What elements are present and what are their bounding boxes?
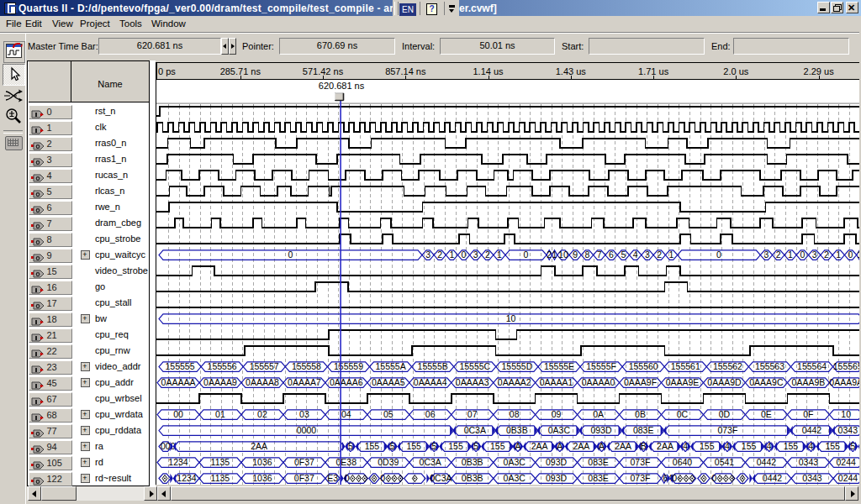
svg-text:0: 0 — [288, 249, 293, 260]
svg-text:0D39: 0D39 — [378, 457, 399, 467]
svg-text:083E: 083E — [588, 473, 609, 483]
svg-text:10: 10 — [506, 313, 516, 323]
svg-text:2: 2 — [657, 249, 662, 260]
svg-text:4: 4 — [683, 441, 688, 451]
svg-text:155: 155 — [784, 441, 799, 451]
svg-text:2: 2 — [437, 249, 442, 260]
svg-text:1234: 1234 — [177, 473, 197, 483]
svg-text:6: 6 — [609, 249, 614, 260]
svg-text:5: 5 — [431, 441, 436, 451]
svg-text:A: A — [599, 441, 605, 451]
svg-text:09: 09 — [552, 409, 562, 419]
svg-text:15555B: 15555B — [418, 361, 448, 371]
svg-text:0E38: 0E38 — [336, 457, 357, 467]
svg-text:155557: 155557 — [250, 361, 279, 371]
svg-text:093D: 093D — [546, 457, 568, 467]
svg-text:0AAA9A: 0AAA9A — [829, 377, 861, 387]
svg-text:0F37: 0F37 — [294, 473, 314, 483]
svg-text:155560: 155560 — [629, 361, 658, 371]
svg-text:3: 3 — [425, 249, 430, 260]
svg-text:155: 155 — [700, 441, 715, 451]
svg-text:1: 1 — [669, 249, 674, 260]
svg-text:0C: 0C — [677, 409, 689, 419]
svg-text:15555A: 15555A — [375, 361, 405, 371]
svg-text:083E: 083E — [633, 425, 654, 435]
svg-text:A: A — [557, 441, 563, 451]
svg-text:073F: 073F — [631, 457, 651, 467]
svg-text:1: 1 — [788, 249, 793, 260]
svg-text:155562: 155562 — [713, 361, 742, 371]
svg-text:073F: 073F — [631, 473, 651, 483]
svg-text:0F37: 0F37 — [294, 457, 314, 467]
svg-text:3: 3 — [763, 249, 769, 260]
svg-text:15555F: 15555F — [586, 361, 616, 371]
svg-text:155: 155 — [742, 441, 757, 451]
svg-text:0A3C: 0A3C — [548, 425, 571, 435]
svg-text:0343: 0343 — [799, 457, 819, 467]
svg-text:2: 2 — [824, 249, 829, 260]
svg-text:5: 5 — [850, 441, 855, 451]
svg-text:1: 1 — [836, 249, 841, 260]
svg-text:0244: 0244 — [837, 457, 857, 467]
svg-text:04: 04 — [341, 409, 351, 419]
svg-text:0AAA9C: 0AAA9C — [749, 377, 784, 387]
svg-text:0AAAAA: 0AAAAA — [161, 377, 196, 387]
svg-text:4: 4 — [809, 441, 814, 451]
svg-text:0F: 0F — [803, 409, 813, 419]
svg-text:0AAA9D: 0AAA9D — [707, 377, 742, 387]
svg-text:5: 5 — [473, 441, 478, 451]
svg-text:2AA: 2AA — [615, 441, 631, 451]
svg-text:0343: 0343 — [838, 425, 858, 435]
svg-text:0: 0 — [716, 249, 721, 260]
svg-text:0B3B: 0B3B — [462, 457, 483, 467]
svg-text:2AA: 2AA — [657, 441, 673, 451]
svg-text:155558: 155558 — [292, 361, 321, 371]
svg-text:2AA: 2AA — [531, 441, 548, 451]
svg-text:0AAA9F: 0AAA9F — [624, 377, 657, 387]
svg-text:0442: 0442 — [763, 473, 783, 483]
svg-text:1: 1 — [449, 249, 454, 260]
svg-text:08: 08 — [510, 409, 520, 419]
svg-text:155559: 155559 — [334, 361, 363, 371]
svg-text:4: 4 — [633, 249, 638, 260]
svg-text:3: 3 — [812, 249, 817, 260]
svg-text:0442: 0442 — [757, 457, 777, 467]
svg-text:4: 4 — [767, 441, 772, 451]
svg-text:0A: 0A — [593, 409, 604, 419]
svg-text:E3: E3 — [327, 473, 338, 483]
svg-text:0541: 0541 — [715, 457, 735, 467]
svg-text:2: 2 — [776, 249, 781, 260]
svg-text:0AAAA9: 0AAAA9 — [203, 377, 237, 387]
svg-text:0AAAA8: 0AAAA8 — [246, 377, 279, 387]
svg-text:155555: 155555 — [165, 361, 194, 371]
svg-text:155563: 155563 — [755, 361, 784, 371]
svg-text:0AAA9B: 0AAA9B — [792, 377, 826, 387]
svg-text:15555E: 15555E — [544, 361, 574, 371]
svg-text:155: 155 — [365, 441, 380, 451]
svg-text:1036: 1036 — [252, 473, 272, 483]
svg-text:15555D: 15555D — [502, 361, 533, 371]
svg-text:155: 155 — [406, 441, 421, 451]
svg-text:093D: 093D — [546, 473, 568, 483]
svg-text:0244: 0244 — [838, 473, 858, 483]
svg-text:000: 000 — [161, 441, 176, 451]
svg-text:5: 5 — [348, 441, 353, 451]
svg-text:15555C: 15555C — [459, 361, 490, 371]
svg-text:0: 0 — [462, 249, 467, 260]
svg-text:0A3C: 0A3C — [504, 457, 526, 467]
svg-text:07: 07 — [467, 409, 478, 419]
svg-text:B: B — [641, 441, 647, 451]
svg-text:093D: 093D — [590, 425, 612, 435]
svg-text:02: 02 — [257, 409, 267, 419]
svg-text:0: 0 — [672, 473, 677, 483]
svg-text:00: 00 — [173, 409, 183, 419]
svg-text:155565: 155565 — [833, 361, 861, 371]
svg-text:073F: 073F — [717, 425, 737, 435]
svg-text:620.681 ns: 620.681 ns — [319, 81, 365, 91]
svg-text:A: A — [515, 441, 520, 451]
svg-text:0000: 0000 — [297, 425, 317, 435]
svg-text:0343: 0343 — [802, 473, 822, 483]
svg-text:155: 155 — [825, 441, 840, 451]
svg-text:0: 0 — [524, 249, 529, 260]
svg-text:0AAAA1: 0AAAA1 — [540, 377, 573, 387]
